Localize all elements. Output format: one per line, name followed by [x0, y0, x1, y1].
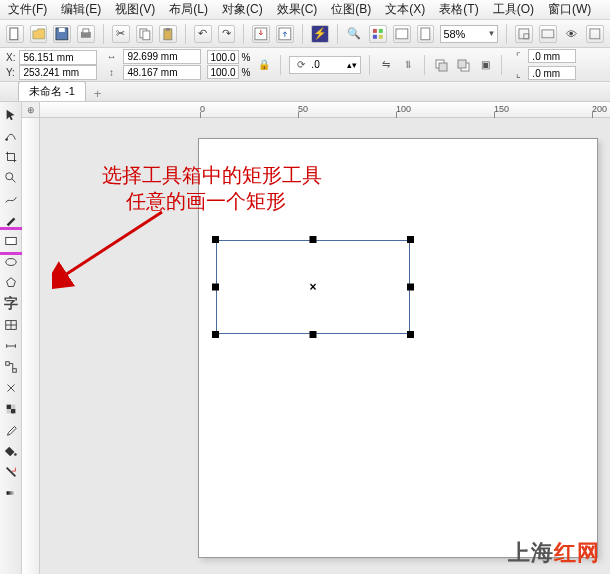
search-icon[interactable]: 🔍 [346, 25, 364, 43]
scale-y-input[interactable] [207, 65, 239, 79]
selected-rectangle[interactable]: × [208, 232, 418, 342]
snap-button[interactable] [515, 25, 533, 43]
new-button[interactable] [6, 25, 24, 43]
dimension-tool[interactable] [2, 337, 20, 355]
order-front-icon[interactable] [433, 57, 449, 73]
zoom-input[interactable] [443, 28, 485, 40]
rotation-input[interactable]: ⟳ ▴▾ [289, 56, 361, 74]
copy-button[interactable] [136, 25, 154, 43]
resize-handle-bl[interactable] [212, 331, 219, 338]
ruler-tick: 0 [200, 104, 205, 114]
corner-tl-value[interactable]: .0 mm [528, 49, 576, 63]
zoom-tool[interactable] [2, 169, 20, 187]
dropdown-icon[interactable]: ▼ [485, 29, 495, 38]
welcome-button[interactable] [393, 25, 411, 43]
pick-tool[interactable] [2, 106, 20, 124]
horizontal-ruler[interactable]: 0 50 100 150 200 [40, 102, 610, 118]
svg-rect-15 [396, 29, 408, 39]
menu-bitmap[interactable]: 位图(B) [331, 1, 371, 18]
menu-effect[interactable]: 效果(C) [277, 1, 318, 18]
preview-button[interactable] [586, 25, 604, 43]
svg-rect-19 [542, 30, 554, 38]
drawing-page[interactable] [198, 138, 598, 558]
percent-label: % [241, 52, 250, 63]
resize-handle-ml[interactable] [212, 284, 219, 291]
svg-rect-20 [590, 29, 600, 39]
menu-tools[interactable]: 工具(O) [493, 1, 534, 18]
separator [369, 55, 370, 75]
vertical-ruler[interactable] [22, 118, 40, 574]
shape-tool[interactable] [2, 127, 20, 145]
fill-tool[interactable] [2, 442, 20, 460]
corner-radius-group: ⌜.0 mm ⌞.0 mm [510, 48, 576, 81]
mirror-h-icon[interactable]: ⇋ [378, 57, 394, 73]
menu-text[interactable]: 文本(X) [385, 1, 425, 18]
menu-object[interactable]: 对象(C) [222, 1, 263, 18]
publish-pdf-button[interactable] [417, 25, 435, 43]
scale-group: % % [207, 50, 250, 79]
app-launcher-button[interactable] [369, 25, 387, 43]
resize-handle-tc[interactable] [310, 236, 317, 243]
export-button[interactable] [276, 25, 294, 43]
interactive-fill-tool[interactable] [2, 484, 20, 502]
polygon-tool[interactable] [2, 274, 20, 292]
cut-button[interactable]: ✂ [112, 25, 130, 43]
x-input[interactable]: 56.151 mm [19, 50, 97, 65]
publish-button[interactable]: ⚡ [311, 25, 329, 43]
separator [243, 24, 244, 44]
import-button[interactable] [252, 25, 270, 43]
artistic-media-tool[interactable] [2, 211, 20, 229]
print-button[interactable] [77, 25, 95, 43]
view-icon[interactable]: 👁 [563, 25, 581, 43]
zoom-select[interactable]: ▼ [440, 25, 498, 43]
text-tool[interactable]: 字 [2, 295, 20, 313]
mirror-v-icon[interactable]: ⥮ [400, 57, 416, 73]
menu-layout[interactable]: 布局(L) [169, 1, 208, 18]
resize-handle-mr[interactable] [407, 284, 414, 291]
add-tab-button[interactable]: + [88, 86, 108, 101]
ruler-tick: 150 [494, 104, 509, 114]
order-back-icon[interactable] [455, 57, 471, 73]
ruler-origin[interactable]: ⊕ [22, 102, 40, 118]
freehand-tool[interactable] [2, 190, 20, 208]
interactive-tool[interactable] [2, 379, 20, 397]
redo-button[interactable]: ↷ [218, 25, 236, 43]
width-input[interactable]: 92.699 mm [123, 49, 201, 64]
table-tool[interactable] [2, 316, 20, 334]
eyedropper-tool[interactable] [2, 421, 20, 439]
options-button[interactable] [539, 25, 557, 43]
height-input[interactable]: 48.167 mm [123, 65, 201, 80]
corner-bl-value[interactable]: .0 mm [528, 66, 576, 80]
resize-handle-tl[interactable] [212, 236, 219, 243]
scale-x-input[interactable] [207, 50, 239, 64]
save-button[interactable] [53, 25, 71, 43]
svg-rect-13 [373, 34, 377, 38]
lock-ratio-icon[interactable]: 🔒 [256, 57, 272, 73]
undo-button[interactable]: ↶ [194, 25, 212, 43]
resize-handle-bc[interactable] [310, 331, 317, 338]
menu-edit[interactable]: 编辑(E) [61, 1, 101, 18]
canvas-area[interactable]: ⊕ 0 50 100 150 200 选择工具箱中的矩形工具 任意的画一个矩形 [22, 102, 610, 574]
ellipse-tool[interactable] [2, 253, 20, 271]
menu-window[interactable]: 窗口(W) [548, 1, 591, 18]
crop-tool[interactable] [2, 148, 20, 166]
paste-button[interactable] [159, 25, 177, 43]
svg-rect-0 [10, 28, 18, 40]
menu-view[interactable]: 视图(V) [115, 1, 155, 18]
outline-tool[interactable] [2, 463, 20, 481]
resize-handle-br[interactable] [407, 331, 414, 338]
menu-table[interactable]: 表格(T) [439, 1, 478, 18]
wrap-icon[interactable]: ▣ [477, 57, 493, 73]
rectangle-tool[interactable] [2, 232, 20, 250]
standard-toolbar: ✂ ↶ ↷ ⚡ 🔍 ▼ 👁 [0, 20, 610, 48]
ruler-tick: 100 [396, 104, 411, 114]
open-button[interactable] [30, 25, 48, 43]
connector-tool[interactable] [2, 358, 20, 376]
menu-file[interactable]: 文件(F) [8, 1, 47, 18]
document-tab[interactable]: 未命名 -1 [18, 81, 86, 101]
separator [501, 55, 502, 75]
resize-handle-tr[interactable] [407, 236, 414, 243]
y-input[interactable]: 253.241 mm [19, 65, 97, 80]
svg-line-38 [62, 212, 162, 277]
transparency-tool[interactable] [2, 400, 20, 418]
